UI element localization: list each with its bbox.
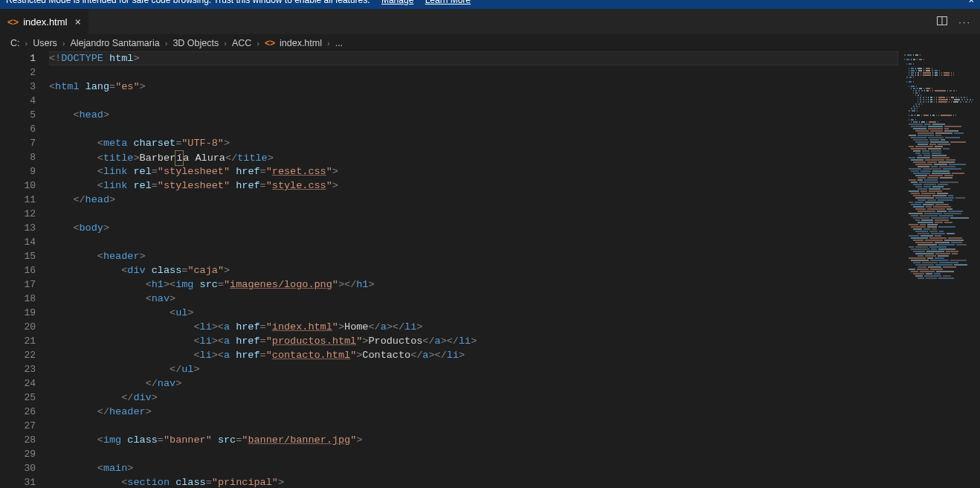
line-number: 15 [3, 249, 36, 263]
breadcrumb-segment[interactable]: C: [10, 38, 20, 48]
line-number: 25 [3, 391, 36, 405]
code-line[interactable]: <li><a href="index.html">Home</a></li> [49, 320, 898, 334]
banner-text: Restricted Mode is intended for safe cod… [6, 0, 370, 5]
code-line[interactable]: <li><a href="productos.html">Productos</… [49, 334, 898, 348]
tab-bar: <> index.html × ··· [0, 9, 980, 35]
line-number-gutter: 1234567891011121314151617181920212223242… [3, 51, 49, 488]
code-line[interactable]: <img class="banner" src="banner/banner.j… [49, 433, 898, 447]
split-editor-icon[interactable] [936, 15, 948, 29]
code-line[interactable] [49, 235, 898, 249]
code-line[interactable]: <header> [49, 249, 898, 263]
code-line[interactable]: </div> [49, 391, 898, 405]
code-line[interactable]: </nav> [49, 376, 898, 391]
line-number: 1 [3, 51, 36, 65]
code-line[interactable]: </header> [49, 405, 898, 419]
line-number: 6 [3, 122, 36, 136]
line-number: 19 [3, 306, 36, 320]
line-number: 21 [3, 334, 36, 348]
line-number: 12 [3, 207, 36, 221]
chevron-right-icon: › [224, 39, 227, 48]
line-number: 8 [3, 150, 36, 164]
line-number: 3 [3, 80, 36, 94]
line-number: 23 [3, 362, 36, 376]
tab-index-html[interactable]: <> index.html × [0, 9, 89, 34]
code-line[interactable] [49, 65, 898, 80]
close-icon[interactable]: × [74, 16, 80, 28]
breadcrumb: C:› Users› Alejandro Santamaria› 3D Obje… [0, 35, 980, 51]
code-line[interactable]: <link rel="stylesheet" href="style.css"> [49, 179, 898, 193]
breadcrumb-segment[interactable]: Alejandro Santamaria [71, 38, 160, 48]
line-number: 10 [3, 179, 36, 193]
line-number: 2 [3, 65, 36, 80]
html-file-icon: <> [7, 16, 19, 28]
code-line[interactable]: <ul> [49, 306, 898, 320]
line-number: 20 [3, 320, 36, 334]
line-number: 29 [3, 447, 36, 461]
html-file-icon: <> [265, 38, 275, 48]
code-line[interactable]: <nav> [49, 292, 898, 306]
line-number: 7 [3, 136, 36, 150]
editor: 1234567891011121314151617181920212223242… [0, 51, 980, 488]
code-line[interactable] [49, 447, 898, 461]
code-line[interactable] [49, 94, 898, 108]
code-line[interactable]: </head> [49, 193, 898, 207]
line-number: 28 [3, 433, 36, 447]
code-line[interactable]: <body> [49, 221, 898, 235]
line-number: 14 [3, 235, 36, 249]
line-number: 27 [3, 419, 36, 433]
learn-more-link[interactable]: Learn More [425, 0, 471, 5]
code-line[interactable]: </ul> [49, 362, 898, 376]
line-number: 16 [3, 263, 36, 277]
code-line[interactable]: <li><a href="contacto.html">Contacto</a>… [49, 348, 898, 362]
tab-label: index.html [23, 16, 67, 28]
code-area[interactable]: <!DOCTYPE html><html lang="es"> <head> <… [49, 51, 898, 488]
line-number: 24 [3, 376, 36, 391]
breadcrumb-segment[interactable]: 3D Objects [173, 38, 219, 48]
code-line[interactable]: <!DOCTYPE html> [49, 51, 898, 65]
code-line[interactable]: <section class="principal"> [49, 475, 898, 488]
code-line[interactable]: <head> [49, 108, 898, 122]
chevron-right-icon: › [257, 39, 259, 48]
line-number: 31 [3, 475, 36, 488]
line-number: 30 [3, 461, 36, 475]
manage-link[interactable]: Manage [381, 0, 413, 5]
line-number: 26 [3, 405, 36, 419]
line-number: 13 [3, 221, 36, 235]
line-number: 17 [3, 277, 36, 292]
restricted-mode-banner: Restricted Mode is intended for safe cod… [0, 0, 980, 9]
code-line[interactable]: <meta charset="UTF-8"> [49, 136, 898, 150]
line-number: 18 [3, 292, 36, 306]
line-number: 11 [3, 193, 36, 207]
code-line[interactable]: <html lang="es"> [49, 80, 898, 94]
breadcrumb-segment[interactable]: Users [33, 38, 57, 48]
breadcrumb-segment[interactable]: index.html [280, 38, 322, 48]
breadcrumb-segment[interactable]: ... [335, 38, 343, 48]
code-line[interactable]: <link rel="stylesheet" href="reset.css"> [49, 164, 898, 179]
code-line[interactable]: <h1><img src="imagenes/logo.png"></h1> [49, 277, 898, 292]
code-line[interactable]: <title>Barbería Alura</title> [49, 150, 898, 164]
line-number: 5 [3, 108, 36, 122]
line-number: 4 [3, 94, 36, 108]
chevron-right-icon: › [25, 39, 28, 48]
code-line[interactable] [49, 207, 898, 221]
minimap[interactable] [898, 51, 980, 488]
chevron-right-icon: › [165, 39, 168, 48]
close-icon[interactable]: × [969, 0, 974, 5]
more-actions-icon[interactable]: ··· [958, 16, 971, 28]
code-line[interactable] [49, 122, 898, 136]
line-number: 9 [3, 164, 36, 179]
chevron-right-icon: › [327, 39, 330, 48]
code-line[interactable]: <div class="caja"> [49, 263, 898, 277]
chevron-right-icon: › [62, 39, 65, 48]
code-line[interactable]: <main> [49, 461, 898, 475]
breadcrumb-segment[interactable]: ACC [232, 38, 251, 48]
code-line[interactable] [49, 419, 898, 433]
line-number: 22 [3, 348, 36, 362]
